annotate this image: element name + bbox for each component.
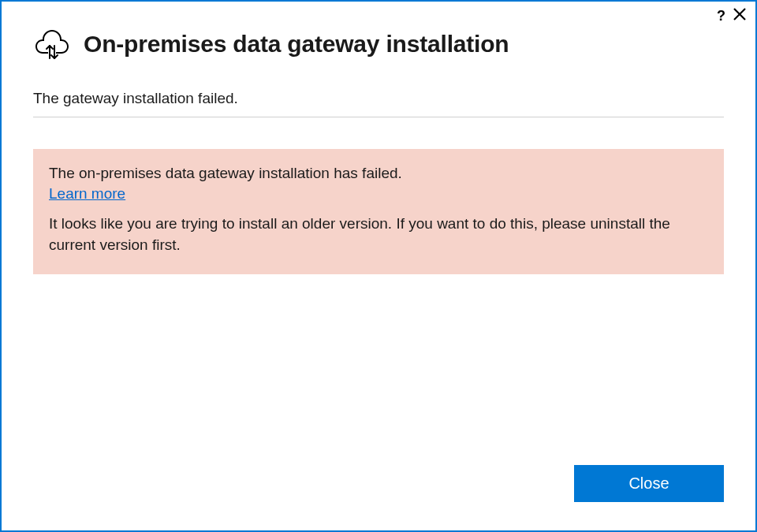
cloud-gateway-icon bbox=[33, 25, 71, 63]
error-title: The on-premises data gateway installatio… bbox=[49, 165, 708, 182]
status-message: The gateway installation failed. bbox=[33, 79, 724, 117]
close-button[interactable]: Close bbox=[574, 465, 724, 502]
dialog-footer: Close bbox=[2, 465, 755, 530]
error-detail: It looks like you are trying to install … bbox=[49, 214, 708, 255]
dialog-header: On-premises data gateway installation bbox=[2, 2, 755, 71]
learn-more-link[interactable]: Learn more bbox=[49, 185, 125, 203]
dialog-title: On-premises data gateway installation bbox=[84, 31, 509, 58]
installer-dialog: ? On-premises data gateway installation … bbox=[0, 0, 757, 532]
close-icon[interactable] bbox=[733, 8, 746, 23]
help-icon[interactable]: ? bbox=[717, 9, 725, 23]
titlebar-controls: ? bbox=[717, 8, 746, 23]
error-panel: The on-premises data gateway installatio… bbox=[33, 149, 724, 274]
dialog-content: The gateway installation failed. The on-… bbox=[2, 71, 755, 465]
